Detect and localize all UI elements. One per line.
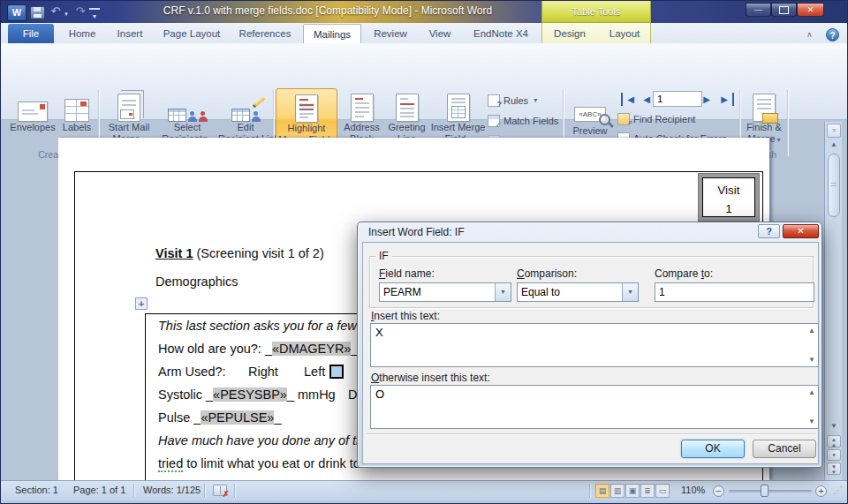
table-move-handle[interactable]: + [135, 297, 148, 310]
status-page[interactable]: Page: 1 of 1 [73, 485, 125, 495]
tab-mailings[interactable]: Mailings [303, 24, 361, 43]
undo-button[interactable]: ↶ [49, 4, 63, 19]
view-draft-button[interactable]: ▭ [655, 484, 670, 498]
find-recipient-icon: ⌕ [617, 113, 630, 125]
resize-grip[interactable]: ⋰ [833, 485, 844, 496]
textarea-scroll-up-icon[interactable]: ▲ [808, 327, 815, 335]
status-bar: Section: 1 Page: 1 of 1 Words: 1/125 ✗ ▤… [1, 480, 847, 500]
zoom-out-button[interactable]: − [713, 485, 724, 497]
grammar-flagged-word: tried [158, 456, 183, 472]
minimize-button[interactable]: — [746, 3, 771, 17]
qat-customize-icon[interactable]: ▾ [89, 8, 100, 19]
rules-button[interactable]: ? Rules ▾ [488, 92, 537, 109]
labels-icon [64, 99, 89, 122]
match-fields-button[interactable]: ✓ Match Fields [488, 112, 558, 129]
view-fullscreen-reading-button[interactable]: ▥ [610, 484, 625, 498]
dialog-close-button[interactable]: ✕ [783, 224, 819, 238]
magnifier-icon [599, 114, 610, 125]
zoom-level[interactable]: 110% [681, 485, 705, 495]
textarea-scroll-up-icon[interactable]: ▲ [808, 388, 815, 396]
help-icon[interactable]: ? [826, 28, 839, 41]
pulse-suffix: _ [274, 410, 281, 425]
maximize-button[interactable] [771, 3, 797, 17]
tab-layout[interactable]: Layout [600, 24, 649, 43]
tab-view[interactable]: View [420, 24, 460, 43]
zoom-slider-thumb[interactable] [761, 485, 768, 497]
zoom-in-button[interactable]: + [815, 485, 827, 497]
tab-endnote[interactable]: EndNote X4 [466, 24, 536, 43]
scroll-down-icon[interactable]: ▼ [827, 422, 841, 430]
tab-file[interactable]: File [8, 24, 54, 43]
doc-have-line: Have much have you done any of the f [158, 433, 377, 448]
ok-button[interactable]: OK [681, 440, 745, 458]
select-recipients-label-1: Select [158, 122, 216, 133]
start-mail-merge-label-1: Start Mail [102, 122, 156, 133]
view-web-layout-button[interactable]: ▣ [625, 484, 640, 498]
pencil-icon [253, 96, 266, 108]
visit-cell[interactable]: Visit 1 [702, 177, 755, 217]
zoom-slider-track[interactable] [729, 490, 812, 493]
browse-next-button[interactable]: ▼▼ [827, 463, 841, 475]
tab-insert[interactable]: Insert [109, 24, 151, 43]
next-record-button[interactable]: ▶ [699, 93, 715, 106]
status-words[interactable]: Words: 1/125 [143, 485, 201, 495]
redo-button: ↷ [73, 4, 87, 19]
label-rest: therwise insert this text: [379, 372, 489, 384]
rules-icon: ? [488, 94, 500, 107]
undo-dropdown-icon[interactable]: ▾ [62, 7, 71, 22]
maximize-icon [779, 6, 789, 14]
dialog-help-button[interactable]: ? [758, 224, 780, 238]
compare-to-input[interactable] [655, 282, 814, 302]
first-record-button[interactable]: ◀ [621, 93, 639, 106]
scrollbar-thumb[interactable] [828, 154, 840, 217]
insert-text-area[interactable]: X ▲ ▼ [370, 323, 819, 367]
doc-arm-label: Arm Used?: [158, 365, 226, 379]
textarea-scroll-down-icon[interactable]: ▼ [808, 417, 815, 425]
browse-previous-button[interactable]: ▲▲ [827, 435, 841, 448]
textarea-scroll-down-icon[interactable]: ▼ [808, 356, 815, 364]
proofing-status-icon[interactable]: ✗ [213, 485, 227, 496]
combo-dropdown-icon[interactable]: ▼ [622, 283, 638, 301]
view-print-layout-button[interactable]: ▤ [595, 484, 610, 498]
comparison-combobox[interactable]: Equal to ▼ [517, 282, 639, 302]
save-icon[interactable] [30, 6, 45, 19]
tab-review[interactable]: Review [367, 24, 414, 43]
dropdown-arrow-icon: ▾ [534, 96, 537, 104]
envelopes-button[interactable]: Envelopes [10, 88, 56, 154]
record-number-input[interactable] [653, 91, 702, 107]
window-title: CRF v.1.0 with merge fields.doc [Compati… [125, 4, 531, 17]
word-window: W ↶ ▾ ↷ ▾ CRF v.1.0 with merge fields.do… [0, 0, 848, 504]
pulse-label: Pulse _ [158, 410, 201, 425]
cancel-button[interactable]: Cancel [753, 440, 816, 458]
field-name-combobox[interactable]: PEARM ▼ [379, 282, 511, 302]
proofing-error-mark: ✗ [223, 489, 230, 499]
checkbox-right[interactable] [329, 365, 344, 379]
insert-merge-field-label-1: Insert Merge [430, 122, 486, 133]
if-groupbox-label: IF [375, 250, 392, 262]
tried-rest: to limit what you eat or drink to t [183, 456, 367, 470]
ruler-toggle-button[interactable]: ≡ [827, 124, 841, 138]
combo-dropdown-icon[interactable]: ▼ [495, 283, 511, 301]
select-browse-object-button[interactable]: ● [827, 449, 841, 461]
tab-design[interactable]: Design [545, 24, 594, 43]
merge-field-pesysbp: «PESYSBP» [213, 387, 287, 402]
tab-page-layout[interactable]: Page Layout [156, 24, 227, 43]
doc-pulse-line: Pulse _«PEPULSE»_ [158, 410, 281, 425]
last-record-button[interactable]: ▶ [716, 93, 734, 106]
compare-to-label: Compare to: [655, 267, 713, 280]
comparison-label: Comparison: [517, 267, 577, 280]
scroll-up-icon[interactable]: ▲ [827, 140, 841, 148]
label-rest: nsert this text: [374, 310, 440, 322]
close-button[interactable]: ✕ [797, 3, 824, 17]
minimize-ribbon-icon[interactable]: ∧ [806, 30, 813, 39]
view-outline-button[interactable]: ≣ [640, 484, 655, 498]
insert-word-field-dialog: Insert Word Field: IF ? ✕ IF Field name:… [357, 222, 822, 468]
doc-arm-left-label: Left [304, 365, 325, 379]
word-logo-icon[interactable]: W [7, 4, 26, 21]
tab-references[interactable]: References [232, 24, 298, 43]
find-recipient-button[interactable]: ⌕ Find Recipient [617, 110, 695, 127]
otherwise-text-area[interactable]: O ▲ ▼ [370, 385, 819, 429]
dropdown-arrow-icon: ▾ [777, 136, 781, 144]
vertical-scrollbar[interactable]: ≡ ▲ ▼ ▲▲ ● ▼▼ [824, 122, 842, 480]
tab-home[interactable]: Home [59, 24, 105, 43]
